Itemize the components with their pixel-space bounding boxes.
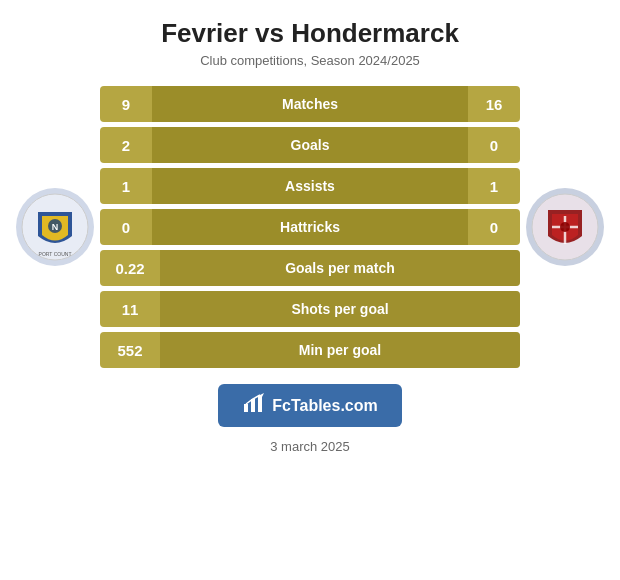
stat-right-value: 0 [468, 219, 520, 236]
fc-banner[interactable]: FcTables.com [218, 384, 402, 427]
stat-left-value: 552 [100, 342, 160, 359]
svg-rect-8 [244, 404, 248, 412]
stat-row-goals-per-match: 0.22 Goals per match [100, 250, 520, 286]
stat-bar-area: Matches [152, 86, 468, 122]
svg-rect-10 [258, 395, 262, 412]
left-logo-circle: N PORT COUNT [16, 188, 94, 266]
date-text: 3 march 2025 [270, 439, 350, 454]
fc-banner-text: FcTables.com [272, 397, 378, 415]
page-subtitle: Club competitions, Season 2024/2025 [200, 53, 420, 68]
svg-text:PORT COUNT: PORT COUNT [39, 251, 72, 257]
stat-row-goals: 2 Goals 0 [100, 127, 520, 163]
stat-row-shots-per-goal: 11 Shots per goal [100, 291, 520, 327]
stat-left-value: 2 [100, 137, 152, 154]
stat-bar-area: Goals per match [160, 250, 520, 286]
stat-left-value: 1 [100, 178, 152, 195]
stat-left-value: 9 [100, 96, 152, 113]
stat-bar-area: Goals [152, 127, 468, 163]
stat-label: Hattricks [280, 219, 340, 235]
stat-right-value: 16 [468, 96, 520, 113]
stat-label: Matches [282, 96, 338, 112]
stat-bar-area: Assists [152, 168, 468, 204]
stat-label: Goals [291, 137, 330, 153]
stat-bar-area: Min per goal [160, 332, 520, 368]
team-logo-right [520, 188, 610, 266]
stat-row-matches: 9 Matches 16 [100, 86, 520, 122]
page-title: Fevrier vs Hondermarck [161, 18, 459, 49]
stat-label: Assists [285, 178, 335, 194]
stat-row-min-per-goal: 552 Min per goal [100, 332, 520, 368]
svg-text:N: N [52, 222, 59, 232]
stat-label: Min per goal [299, 342, 381, 358]
stat-label: Goals per match [285, 260, 395, 276]
stat-right-value: 1 [468, 178, 520, 195]
stats-container: 9 Matches 16 2 Goals 0 1 [100, 86, 520, 368]
stat-left-value: 0 [100, 219, 152, 236]
right-logo-circle [526, 188, 604, 266]
stat-row-hattricks: 0 Hattricks 0 [100, 209, 520, 245]
chart-bar-icon [242, 392, 264, 419]
stat-row-assists: 1 Assists 1 [100, 168, 520, 204]
stat-right-value: 0 [468, 137, 520, 154]
stat-label: Shots per goal [291, 301, 388, 317]
stat-bar-area: Hattricks [152, 209, 468, 245]
stat-left-value: 0.22 [100, 260, 160, 277]
page: Fevrier vs Hondermarck Club competitions… [0, 0, 620, 580]
svg-point-7 [560, 222, 570, 232]
stat-bar-area: Shots per goal [160, 291, 520, 327]
stat-left-value: 11 [100, 301, 160, 318]
team-logo-left: N PORT COUNT [10, 188, 100, 266]
main-content: N PORT COUNT 9 Matches 16 2 [10, 86, 610, 368]
svg-rect-9 [251, 399, 255, 412]
